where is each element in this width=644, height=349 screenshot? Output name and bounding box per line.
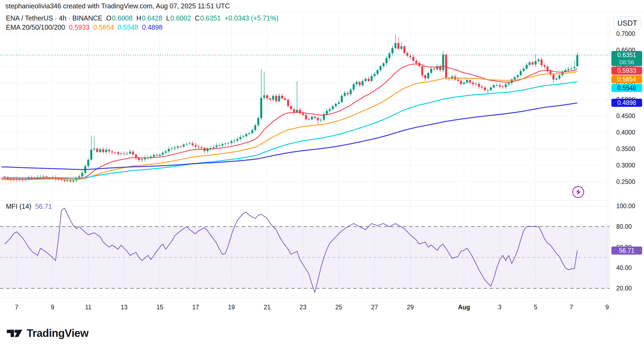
time-label-29: 29 — [407, 304, 414, 311]
mfi-tick-80.00: 80.00 — [616, 223, 632, 230]
mfi-legend-label: MFI (14) — [6, 203, 31, 210]
ohlc-low: L0.6002 — [166, 14, 191, 22]
time-label-9: 9 — [605, 304, 609, 311]
mfi-legend-value: 56.71 — [35, 203, 52, 210]
tradingview-logo-icon — [6, 329, 23, 338]
instant-trading-button[interactable] — [572, 186, 584, 198]
price-tick-0.4500: 0.4500 — [616, 112, 635, 119]
time-label-21: 21 — [264, 304, 271, 311]
time-label-11: 11 — [85, 304, 92, 311]
ema-legend: EMA 20/50/100/200 0.5933 0.5854 0.5548 0… — [6, 23, 163, 31]
attribution-text: stephanieolivia346 created with TradingV… — [5, 2, 230, 10]
ema200-value: 0.4898 — [142, 23, 162, 31]
pane-separator[interactable] — [0, 200, 644, 201]
time-label-27: 27 — [371, 304, 378, 311]
logo-bar: TradingView — [0, 314, 644, 349]
price-axis[interactable]: USDT 0.70000.65000.60000.55000.50000.450… — [610, 12, 644, 314]
time-label-25: 25 — [335, 304, 342, 311]
ema200-badge: 0.4898 — [611, 99, 642, 107]
currency-toggle-button[interactable]: USDT — [614, 16, 641, 30]
time-label-7: 7 — [570, 304, 573, 311]
ohlc-close: C0.6351 — [195, 14, 221, 22]
tradingview-chart-widget: stephanieolivia346 created with TradingV… — [0, 0, 644, 349]
mfi-tick-40.00: 40.00 — [616, 264, 632, 271]
tradingview-logo-text: TradingView — [27, 327, 88, 339]
price-tick-0.4000: 0.4000 — [616, 129, 635, 136]
time-label-7: 7 — [15, 304, 19, 311]
time-label-19: 19 — [228, 304, 235, 311]
ohlc-high: H0.6428 — [136, 14, 162, 22]
chart-area[interactable]: ENA / TetherUS · 4h · BINANCE O0.6008 H0… — [0, 12, 644, 314]
tradingview-logo[interactable]: TradingView — [6, 327, 88, 339]
last-price-badge: 0.635108:56 — [611, 51, 642, 66]
ema20-badge: 0.5933 — [611, 67, 642, 75]
plot-canvas[interactable] — [0, 12, 610, 314]
price-tick-0.2500: 0.2500 — [616, 178, 635, 185]
price-tick-0.3000: 0.3000 — [616, 162, 635, 169]
time-label-Aug: Aug — [458, 304, 470, 311]
mfi-tick-100.00: 100.00 — [616, 203, 635, 210]
ema50-value: 0.5854 — [93, 23, 114, 31]
symbol-title: ENA / TetherUS · 4h · BINANCE — [6, 14, 102, 22]
ema20-value: 0.5933 — [69, 23, 89, 31]
time-label-9: 9 — [51, 304, 54, 311]
mfi-value-badge: 56.71 — [611, 247, 642, 255]
time-label-15: 15 — [156, 304, 163, 311]
mfi-tick-20.00: 20.00 — [616, 285, 632, 292]
ema100-badge: 0.5548 — [611, 84, 642, 92]
mfi-legend: MFI (14) 56.71 — [6, 203, 52, 210]
lightning-icon — [575, 189, 581, 196]
price-tick-0.3500: 0.3500 — [616, 145, 635, 152]
attribution-bar: stephanieolivia346 created with TradingV… — [0, 0, 644, 12]
ema-legend-label: EMA 20/50/100/200 — [6, 23, 65, 31]
time-label-23: 23 — [300, 304, 307, 311]
time-axis[interactable]: 7911131517192123252729Aug3579 — [0, 297, 610, 314]
time-label-13: 13 — [121, 304, 128, 311]
ema50-badge: 0.5854 — [611, 75, 642, 83]
ohlc-open: O0.6008 — [106, 14, 133, 22]
symbol-legend: ENA / TetherUS · 4h · BINANCE O0.6008 H0… — [6, 14, 279, 22]
time-label-17: 17 — [192, 304, 199, 311]
price-change: +0.0343 (+5.71%) — [224, 14, 278, 22]
price-tick-0.7000: 0.7000 — [616, 30, 635, 37]
ema100-value: 0.5548 — [118, 23, 138, 31]
time-label-5: 5 — [534, 304, 537, 311]
time-label-3: 3 — [498, 304, 501, 311]
